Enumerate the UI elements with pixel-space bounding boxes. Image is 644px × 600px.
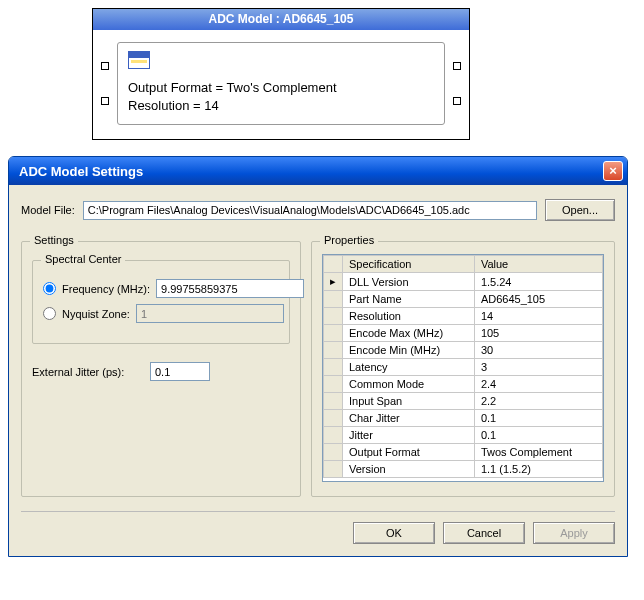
value-cell: 3 — [474, 359, 602, 376]
spec-cell: Common Mode — [343, 376, 475, 393]
value-cell: Twos Complement — [474, 444, 602, 461]
titlebar[interactable]: ADC Model Settings × — [9, 157, 627, 185]
apply-button[interactable]: Apply — [533, 522, 615, 544]
row-indicator — [324, 359, 343, 376]
adc-model-info: Output Format = Two's Complement Resolut… — [117, 42, 445, 125]
value-cell: 105 — [474, 325, 602, 342]
properties-legend: Properties — [320, 234, 378, 246]
row-header-blank — [324, 256, 343, 273]
table-row[interactable]: Jitter0.1 — [324, 427, 603, 444]
row-indicator — [324, 410, 343, 427]
table-row[interactable]: Resolution14 — [324, 308, 603, 325]
spec-cell: Latency — [343, 359, 475, 376]
value-cell: 0.1 — [474, 427, 602, 444]
spec-cell: Resolution — [343, 308, 475, 325]
cancel-button[interactable]: Cancel — [443, 522, 525, 544]
spec-cell: DLL Version — [343, 273, 475, 291]
spec-cell: Version — [343, 461, 475, 478]
adc-model-block: ADC Model : AD6645_105 Output Format = T… — [92, 8, 470, 140]
spec-cell: Part Name — [343, 291, 475, 308]
settings-group: Settings Spectral Center Frequency (MHz)… — [21, 241, 301, 497]
table-row[interactable]: Output FormatTwos Complement — [324, 444, 603, 461]
adc-model-settings-dialog: ADC Model Settings × Model File: Open...… — [8, 156, 628, 557]
open-button[interactable]: Open... — [545, 199, 615, 221]
value-cell: 0.1 — [474, 410, 602, 427]
table-row[interactable]: Encode Min (MHz)30 — [324, 342, 603, 359]
frequency-field[interactable] — [156, 279, 304, 298]
spec-cell: Jitter — [343, 427, 475, 444]
table-row[interactable]: Common Mode2.4 — [324, 376, 603, 393]
frequency-radio[interactable] — [43, 282, 56, 295]
frequency-label: Frequency (MHz): — [62, 283, 150, 295]
row-indicator — [324, 393, 343, 410]
properties-group: Properties Specification Value ▸DLL Vers… — [311, 241, 615, 497]
value-cell: 1.5.24 — [474, 273, 602, 291]
table-row[interactable]: Char Jitter0.1 — [324, 410, 603, 427]
spec-cell: Output Format — [343, 444, 475, 461]
table-row[interactable]: Version1.1 (1.5.2) — [324, 461, 603, 478]
output-format-text: Output Format = Two's Complement — [128, 79, 434, 97]
table-row[interactable]: Encode Max (MHz)105 — [324, 325, 603, 342]
close-button[interactable]: × — [603, 161, 623, 181]
row-indicator — [324, 427, 343, 444]
settings-legend: Settings — [30, 234, 78, 246]
resolution-text: Resolution = 14 — [128, 97, 434, 115]
table-row[interactable]: ▸DLL Version1.5.24 — [324, 273, 603, 291]
nyquist-field — [136, 304, 284, 323]
value-cell: AD6645_105 — [474, 291, 602, 308]
row-indicator — [324, 376, 343, 393]
row-indicator — [324, 444, 343, 461]
value-cell: 2.4 — [474, 376, 602, 393]
spec-cell: Encode Min (MHz) — [343, 342, 475, 359]
row-indicator: ▸ — [324, 273, 343, 291]
table-row[interactable]: Part NameAD6645_105 — [324, 291, 603, 308]
external-jitter-label: External Jitter (ps): — [32, 366, 140, 378]
model-file-label: Model File: — [21, 204, 75, 216]
input-ports — [101, 42, 109, 125]
spectral-legend: Spectral Center — [41, 253, 125, 265]
col-value[interactable]: Value — [474, 256, 602, 273]
row-indicator — [324, 308, 343, 325]
spectral-center-group: Spectral Center Frequency (MHz): Nyquist… — [32, 260, 290, 344]
spec-cell: Encode Max (MHz) — [343, 325, 475, 342]
model-file-field[interactable] — [83, 201, 537, 220]
window-icon — [128, 51, 150, 69]
value-cell: 30 — [474, 342, 602, 359]
col-specification[interactable]: Specification — [343, 256, 475, 273]
dialog-title: ADC Model Settings — [19, 164, 603, 179]
nyquist-radio[interactable] — [43, 307, 56, 320]
adc-model-title: ADC Model : AD6645_105 — [93, 9, 469, 30]
value-cell: 14 — [474, 308, 602, 325]
spec-cell: Input Span — [343, 393, 475, 410]
nyquist-label: Nyquist Zone: — [62, 308, 130, 320]
properties-grid[interactable]: Specification Value ▸DLL Version1.5.24Pa… — [322, 254, 604, 482]
value-cell: 2.2 — [474, 393, 602, 410]
table-row[interactable]: Latency3 — [324, 359, 603, 376]
ok-button[interactable]: OK — [353, 522, 435, 544]
value-cell: 1.1 (1.5.2) — [474, 461, 602, 478]
external-jitter-field[interactable] — [150, 362, 210, 381]
row-indicator — [324, 291, 343, 308]
output-ports — [453, 42, 461, 125]
row-indicator — [324, 342, 343, 359]
row-indicator — [324, 325, 343, 342]
spec-cell: Char Jitter — [343, 410, 475, 427]
table-row[interactable]: Input Span2.2 — [324, 393, 603, 410]
row-indicator — [324, 461, 343, 478]
